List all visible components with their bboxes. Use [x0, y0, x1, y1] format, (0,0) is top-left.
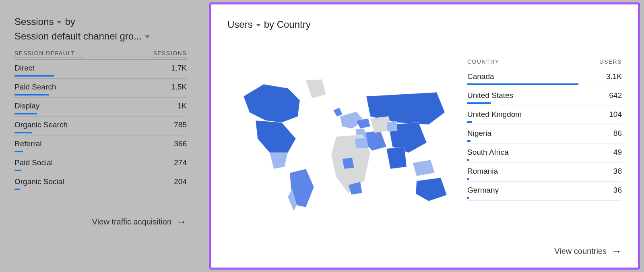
row-bar	[467, 121, 472, 123]
row-label: Referral	[14, 139, 42, 148]
view-traffic-label: View traffic acquisition	[92, 217, 171, 226]
sessions-by-text: by	[65, 16, 75, 27]
view-traffic-acquisition-link[interactable]: View traffic acquisition →	[14, 211, 187, 228]
row-label: Romania	[467, 167, 498, 176]
table-row[interactable]: Paid Social274	[14, 154, 187, 173]
view-countries-link[interactable]: View countries →	[227, 240, 622, 258]
country-table-header: COUNTRY USERS	[467, 56, 622, 68]
row-bar	[14, 151, 23, 152]
row-bar	[467, 102, 491, 104]
table-row[interactable]: United Kingdom104	[467, 106, 622, 125]
table-row[interactable]: Direct1.7K	[14, 60, 187, 79]
sessions-table-header: SESSION DEFAULT … SESSIONS	[14, 48, 187, 60]
table-row[interactable]: Organic Search785	[14, 116, 187, 135]
row-label: Direct	[14, 64, 35, 73]
table-row[interactable]: Canada3.1K	[467, 68, 622, 87]
row-bar	[14, 170, 21, 171]
row-value: 1.7K	[171, 64, 187, 73]
row-bar	[467, 197, 469, 199]
table-row[interactable]: Nigeria86	[467, 125, 622, 144]
table-row[interactable]: Germany36	[467, 182, 622, 201]
sessions-header-val: SESSIONS	[153, 50, 187, 58]
row-bar	[14, 189, 20, 190]
country-canada	[244, 84, 300, 123]
row-label: Germany	[467, 186, 499, 195]
row-label: Organic Search	[14, 120, 68, 129]
users-card-content: COUNTRY USERS Canada3.1KUnited States642…	[227, 36, 622, 240]
users-metric-label: Users	[227, 19, 253, 30]
row-value: 1.5K	[171, 83, 187, 91]
country-uk	[333, 108, 343, 116]
sessions-table-body: Direct1.7KPaid Search1.5KDisplay1KOrgani…	[14, 60, 187, 192]
table-row[interactable]: Organic Social204	[14, 173, 187, 192]
row-label: Paid Search	[14, 83, 56, 91]
sessions-header-dim: SESSION DEFAULT …	[14, 50, 83, 58]
view-countries-label: View countries	[554, 247, 607, 256]
row-bar	[14, 132, 32, 133]
row-label: Display	[14, 102, 39, 110]
row-value: 274	[174, 158, 187, 167]
country-egypt	[354, 137, 368, 149]
row-value: 3.1K	[606, 72, 622, 81]
row-bar	[467, 83, 578, 85]
chevron-down-icon	[57, 21, 62, 24]
row-bar	[467, 178, 469, 180]
country-header-val: USERS	[599, 58, 622, 66]
country-mongolia	[386, 121, 397, 132]
users-by-country-card: Users by Country	[209, 2, 640, 270]
table-row[interactable]: South Africa49	[467, 144, 622, 163]
country-india	[386, 147, 407, 169]
country-table: COUNTRY USERS Canada3.1KUnited States642…	[467, 56, 622, 201]
row-bar	[14, 75, 54, 77]
arrow-right-icon: →	[611, 246, 622, 256]
row-value: 49	[613, 148, 622, 157]
sessions-dimension-selector[interactable]: Session default channel gro...	[14, 31, 187, 42]
arrow-right-icon: →	[176, 216, 187, 227]
users-by-text: by Country	[264, 19, 311, 30]
country-header-dim: COUNTRY	[467, 58, 499, 66]
row-value: 86	[613, 129, 622, 138]
row-label: United States	[467, 91, 513, 100]
country-table-body: Canada3.1KUnited States642United Kingdom…	[467, 68, 622, 201]
country-nigeria	[342, 158, 354, 169]
row-value: 104	[609, 110, 622, 119]
sessions-card: Sessions by Session default channel gro.…	[0, 0, 201, 272]
table-row[interactable]: Display1K	[14, 98, 187, 116]
row-value: 785	[174, 120, 187, 129]
chevron-down-icon	[145, 35, 150, 38]
row-bar	[14, 94, 49, 96]
row-label: Nigeria	[467, 129, 491, 138]
country-mexico	[270, 153, 288, 169]
users-card-title: Users by Country	[227, 19, 622, 30]
row-bar	[467, 140, 471, 142]
table-row[interactable]: Paid Search1.5K	[14, 79, 187, 98]
sessions-dimension-label: Session default channel gro...	[14, 31, 142, 42]
country-indonesia	[413, 160, 435, 176]
table-row[interactable]: Romania38	[467, 163, 622, 182]
sessions-metric-selector[interactable]: Sessions	[14, 16, 62, 27]
users-metric-selector[interactable]: Users	[227, 19, 261, 30]
row-label: South Africa	[467, 148, 508, 157]
sessions-card-title: Sessions by Session default channel gro.…	[14, 16, 187, 42]
row-bar	[467, 159, 469, 161]
row-value: 36	[613, 186, 622, 195]
world-map-chart	[227, 64, 453, 217]
row-value: 642	[609, 91, 622, 100]
world-map-svg	[227, 64, 453, 217]
row-label: United Kingdom	[467, 110, 522, 119]
row-bar	[14, 113, 37, 114]
table-row[interactable]: United States642	[467, 87, 622, 106]
row-value: 204	[174, 177, 187, 186]
country-usa	[256, 120, 296, 153]
row-label: Canada	[467, 72, 494, 81]
row-label: Paid Social	[14, 158, 53, 167]
row-label: Organic Social	[14, 177, 64, 186]
country-australia	[416, 178, 447, 201]
row-value: 38	[613, 167, 622, 176]
country-greenland	[306, 79, 326, 98]
row-value: 1K	[178, 102, 187, 110]
table-row[interactable]: Referral366	[14, 135, 187, 154]
row-value: 366	[174, 139, 187, 148]
sessions-metric-label: Sessions	[14, 16, 54, 27]
chevron-down-icon	[256, 24, 261, 27]
